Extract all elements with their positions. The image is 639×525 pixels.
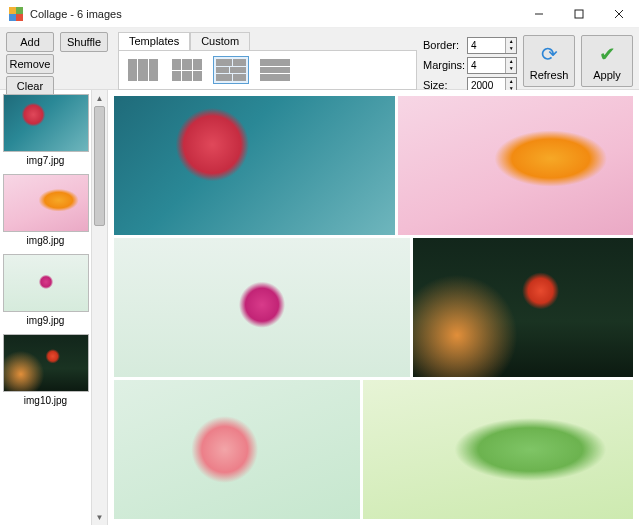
thumbnail-label: img9.jpg (27, 312, 65, 332)
refresh-button[interactable]: ⟳ Refresh (523, 35, 575, 87)
thumbnail-image (3, 254, 89, 312)
thumbnail-label: img7.jpg (27, 152, 65, 172)
thumbnail-label: img8.jpg (27, 232, 65, 252)
svg-rect-1 (16, 7, 23, 14)
svg-rect-3 (16, 14, 23, 21)
collage-cell[interactable] (398, 96, 633, 235)
template-list (118, 50, 417, 90)
template-option-2[interactable] (213, 56, 249, 84)
collage-cell[interactable] (114, 96, 395, 235)
collage-cell[interactable] (114, 380, 360, 519)
toolbar: Add Remove Clear Shuffle Templates Custo… (0, 28, 639, 90)
thumbnail-label: img10.jpg (24, 392, 67, 412)
margins-spinner[interactable]: ▲▼ (467, 57, 517, 74)
border-label: Border: (423, 39, 467, 51)
thumbnail-image (3, 334, 89, 392)
svg-rect-0 (9, 7, 16, 14)
tab-custom[interactable]: Custom (190, 32, 250, 50)
svg-rect-2 (9, 14, 16, 21)
shuffle-button[interactable]: Shuffle (60, 32, 108, 52)
collage-cell[interactable] (363, 380, 633, 519)
refresh-icon: ⟳ (541, 42, 558, 66)
close-button[interactable] (599, 0, 639, 28)
add-button[interactable]: Add (6, 32, 54, 52)
title-bar: Collage - 6 images (0, 0, 639, 28)
margins-input[interactable] (468, 58, 505, 73)
collage-canvas (108, 90, 639, 525)
collage-cell[interactable] (413, 238, 633, 377)
thumbnail[interactable]: img7.jpg (4, 94, 87, 172)
collage-row (114, 238, 633, 377)
template-option-1[interactable] (169, 56, 205, 84)
scroll-up-button[interactable]: ▲ (92, 90, 107, 106)
border-spinner[interactable]: ▲▼ (467, 37, 517, 54)
thumbnail[interactable]: img10.jpg (4, 334, 87, 412)
window-title: Collage - 6 images (30, 8, 519, 20)
tab-templates[interactable]: Templates (118, 32, 190, 50)
size-up[interactable]: ▲ (506, 78, 516, 86)
template-option-3[interactable] (257, 56, 293, 84)
remove-button[interactable]: Remove (6, 54, 54, 74)
refresh-label: Refresh (530, 69, 569, 81)
margins-label: Margins: (423, 59, 467, 71)
collage-row (114, 96, 633, 235)
params-panel: Border: ▲▼ Margins: ▲▼ Size: ▲▼ (423, 32, 517, 94)
margins-down[interactable]: ▼ (506, 65, 516, 73)
margins-up[interactable]: ▲ (506, 58, 516, 66)
svg-rect-5 (575, 10, 583, 18)
border-input[interactable] (468, 38, 505, 53)
thumbnail-image (3, 94, 89, 152)
scroll-handle[interactable] (94, 106, 105, 226)
thumbnail[interactable]: img9.jpg (4, 254, 87, 332)
template-option-0[interactable] (125, 56, 161, 84)
sidebar: img7.jpgimg8.jpgimg9.jpgimg10.jpg ▲ ▼ (0, 90, 108, 525)
border-down[interactable]: ▼ (506, 45, 516, 53)
minimize-button[interactable] (519, 0, 559, 28)
thumbnail-image (3, 174, 89, 232)
border-up[interactable]: ▲ (506, 38, 516, 46)
thumbnail-list: img7.jpgimg8.jpgimg9.jpgimg10.jpg (0, 90, 91, 525)
sidebar-scrollbar[interactable]: ▲ ▼ (91, 90, 107, 525)
apply-button[interactable]: ✔ Apply (581, 35, 633, 87)
collage-cell[interactable] (114, 238, 410, 377)
templates-panel: Templates Custom (118, 32, 417, 90)
collage-row (114, 380, 633, 519)
check-icon: ✔ (599, 42, 616, 66)
thumbnail[interactable]: img8.jpg (4, 174, 87, 252)
app-icon (8, 6, 24, 22)
maximize-button[interactable] (559, 0, 599, 28)
apply-label: Apply (593, 69, 621, 81)
scroll-down-button[interactable]: ▼ (92, 509, 107, 525)
